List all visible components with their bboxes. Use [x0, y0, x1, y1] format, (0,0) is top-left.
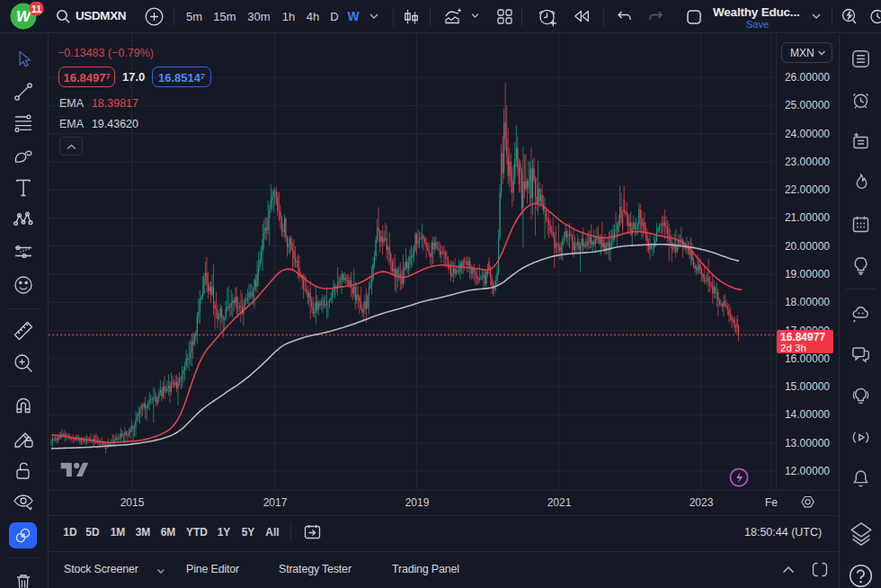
svg-text:11: 11 [31, 4, 42, 14]
